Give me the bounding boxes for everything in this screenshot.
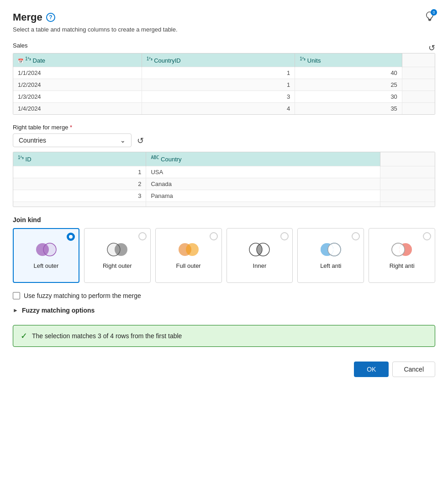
- join-option-right-outer[interactable]: Right outer: [84, 228, 151, 283]
- join-options: Left outer Right outer Full outer: [13, 228, 435, 283]
- cell-countryid: 3: [142, 91, 295, 103]
- sales-section: Sales ↺ 📅1²₃ Date 1²₃ CountryID 1²₃ Unit…: [13, 42, 435, 115]
- svg-point-2: [43, 243, 56, 256]
- venn-right-anti: [390, 241, 414, 258]
- cell-id: 2: [13, 178, 146, 190]
- chevron-right-icon: ►: [13, 307, 18, 314]
- right-table-section: Right table for merge * Countries ⌄ ↺ 1²…: [13, 124, 435, 207]
- sales-col-units: 1²₃ Units: [295, 53, 402, 67]
- cell-countryid: 1: [142, 79, 295, 91]
- radio-left-outer: [67, 233, 75, 241]
- venn-right-outer: [105, 241, 130, 258]
- join-option-left-outer[interactable]: Left outer: [13, 228, 79, 283]
- cell-units: 30: [295, 91, 402, 103]
- cell-countryid: 4: [142, 103, 295, 115]
- join-option-full-outer[interactable]: Full outer: [155, 228, 222, 283]
- cell-empty: [380, 178, 435, 190]
- table-row: 3 Panama: [13, 190, 435, 202]
- radio-full-outer: [210, 232, 218, 240]
- status-text: The selection matches 3 of 4 rows from t…: [32, 332, 182, 340]
- cell-date: 1/2/2024: [13, 79, 142, 91]
- join-label-left-anti: Left anti: [320, 262, 341, 269]
- help-icon[interactable]: ?: [46, 13, 55, 22]
- right-table-refresh-icon[interactable]: ↺: [137, 136, 144, 146]
- status-banner: ✓ The selection matches 3 of 4 rows from…: [13, 325, 435, 347]
- cell-units: 25: [295, 79, 402, 91]
- cell-empty: [380, 190, 435, 202]
- cell-empty: [380, 166, 435, 178]
- table-row: 2 Canada: [13, 178, 435, 190]
- join-option-inner[interactable]: Inner: [227, 228, 293, 283]
- sales-col-date: 📅1²₃ Date: [13, 53, 142, 67]
- fuzzy-checkbox[interactable]: [13, 292, 20, 299]
- right-table-dropdown[interactable]: Countries ⌄: [13, 133, 132, 147]
- svg-point-5: [115, 243, 127, 256]
- countries-col-empty: [380, 152, 435, 166]
- join-option-right-anti[interactable]: Right anti: [369, 228, 435, 283]
- join-label-full-outer: Full outer: [176, 262, 201, 269]
- cell-empty: [13, 202, 146, 207]
- cell-empty: [380, 202, 435, 207]
- cell-id: 1: [13, 166, 146, 178]
- cell-country: Panama: [146, 190, 380, 202]
- cell-countryid: 1: [142, 67, 295, 79]
- chevron-down-icon: ⌄: [120, 137, 126, 144]
- fuzzy-checkbox-label: Use fuzzy matching to perform the merge: [24, 292, 141, 299]
- check-circle-icon: ✓: [21, 331, 27, 341]
- fuzzy-checkbox-row[interactable]: Use fuzzy matching to perform the merge: [13, 292, 435, 299]
- ok-button[interactable]: OK: [354, 362, 389, 377]
- sales-refresh-icon[interactable]: ↺: [428, 43, 435, 53]
- venn-left-anti: [318, 241, 343, 258]
- join-label-left-outer: Left outer: [33, 262, 58, 269]
- radio-inner: [280, 232, 289, 240]
- required-marker: *: [70, 124, 72, 131]
- radio-right-anti: [423, 232, 431, 240]
- join-option-left-anti[interactable]: Left anti: [297, 228, 364, 283]
- lightbulb-button[interactable]: 0: [424, 11, 435, 23]
- title-area: Merge ?: [13, 11, 55, 23]
- join-label-inner: Inner: [253, 262, 267, 269]
- venn-full-outer: [176, 241, 201, 258]
- cancel-button[interactable]: Cancel: [392, 362, 435, 377]
- cell-empty: [402, 91, 435, 103]
- cell-country: USA: [146, 166, 380, 178]
- join-kind-label: Join kind: [13, 216, 435, 223]
- join-label-right-outer: Right outer: [103, 262, 132, 269]
- svg-point-7: [186, 243, 199, 256]
- sales-header-row: Sales ↺: [13, 42, 435, 53]
- cell-id: 3: [13, 190, 146, 202]
- cell-date: 1/4/2024: [13, 103, 142, 115]
- cell-date: 1/1/2024: [13, 67, 142, 79]
- cell-units: 40: [295, 67, 402, 79]
- join-label-right-anti: Right anti: [390, 262, 415, 269]
- table-row: 1/1/2024 1 40: [13, 67, 435, 79]
- page-title: Merge: [13, 11, 42, 23]
- sales-col-empty: [402, 53, 435, 67]
- sales-table: 📅1²₃ Date 1²₃ CountryID 1²₃ Units 1/1/20…: [13, 53, 435, 115]
- footer-buttons: OK Cancel: [13, 362, 435, 377]
- cell-empty: [402, 103, 435, 115]
- countries-table: 1²₃ ID ABC Country 1 USA 2 Canada 3: [13, 152, 435, 207]
- cell-empty: [146, 202, 380, 207]
- radio-left-anti: [352, 232, 360, 240]
- cell-country: Canada: [146, 178, 380, 190]
- table-row: 1/4/2024 4 35: [13, 103, 435, 115]
- header: Merge ? 0: [13, 11, 435, 23]
- table-row: 1/3/2024 3 30: [13, 91, 435, 103]
- cell-date: 1/3/2024: [13, 91, 142, 103]
- dropdown-container: Countries ⌄ ↺: [13, 133, 435, 147]
- page-subtitle: Select a table and matching columns to c…: [13, 26, 435, 33]
- sales-label: Sales: [13, 42, 28, 49]
- cell-empty: [402, 79, 435, 91]
- countries-col-country: ABC Country: [146, 152, 380, 166]
- venn-left-outer: [34, 241, 58, 258]
- sales-col-countryid: 1²₃ CountryID: [142, 53, 295, 67]
- dropdown-value: Countries: [19, 137, 46, 144]
- fuzzy-options-row[interactable]: ► Fuzzy matching options: [13, 307, 435, 314]
- radio-right-outer: [138, 232, 147, 240]
- venn-inner: [247, 241, 272, 258]
- lightbulb-badge: 0: [431, 9, 437, 16]
- cell-units: 35: [295, 103, 402, 115]
- table-row: 1 USA: [13, 166, 435, 178]
- cell-empty: [402, 67, 435, 79]
